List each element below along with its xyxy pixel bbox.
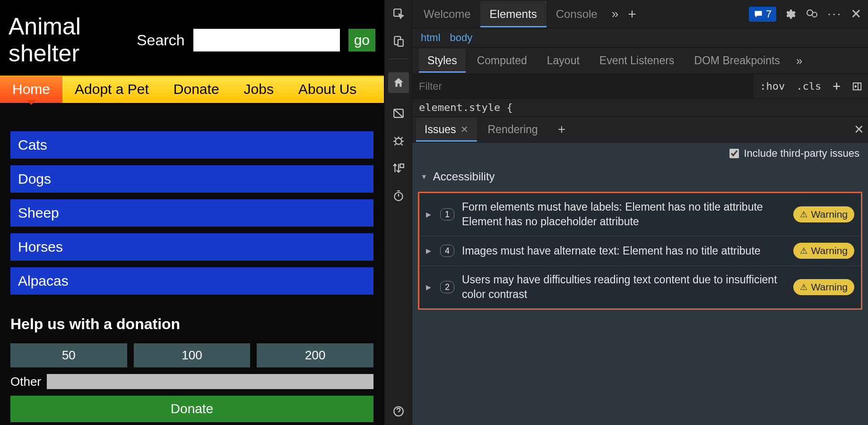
- close-issues-tab-icon[interactable]: ✕: [460, 124, 469, 135]
- devtools-top-tabs: Welcome Elements Console » + 7 ··· ✕: [412, 0, 868, 28]
- issue-row[interactable]: ▶ 1 Form elements must have labels: Elem…: [419, 193, 861, 236]
- svg-point-9: [812, 12, 817, 17]
- chevron-right-icon[interactable]: ▶: [426, 247, 433, 255]
- list-item[interactable]: Alpacas: [10, 267, 373, 295]
- new-tab-icon[interactable]: +: [623, 6, 641, 22]
- warning-badge: ⚠ Warning: [793, 243, 854, 259]
- close-drawer-icon[interactable]: ✕: [854, 122, 864, 137]
- inspect-icon[interactable]: [391, 7, 406, 21]
- drawer-body: Include third-party issues ▼ Accessibili…: [412, 143, 868, 425]
- close-devtools-icon[interactable]: ✕: [851, 6, 861, 22]
- list-item[interactable]: Sheep: [10, 199, 373, 227]
- warning-icon: ⚠: [800, 246, 807, 256]
- issues-highlight-box: ▶ 1 Form elements must have labels: Elem…: [418, 192, 862, 310]
- donation-amount-50[interactable]: 50: [10, 343, 127, 367]
- dom-breadcrumb: html body: [412, 28, 868, 48]
- subtab-styles[interactable]: Styles: [419, 49, 466, 73]
- sidebar-divider: [389, 59, 408, 59]
- donation-section: Help us with a donation 50 100 200 Other…: [0, 299, 384, 422]
- settings-icon[interactable]: [785, 8, 797, 20]
- subtab-layout[interactable]: Layout: [538, 49, 588, 73]
- subtab-dom-breakpoints[interactable]: DOM Breakpoints: [686, 49, 789, 73]
- warning-icon: ⚠: [800, 209, 807, 220]
- more-subtabs-icon[interactable]: »: [791, 54, 807, 68]
- warning-badge: ⚠ Warning: [793, 206, 854, 222]
- issue-text: Form elements must have labels: Element …: [462, 200, 786, 229]
- donate-button[interactable]: Donate: [10, 396, 373, 422]
- search-label: Search: [137, 32, 184, 49]
- bug-icon[interactable]: [391, 134, 406, 148]
- warning-label: Warning: [811, 245, 848, 256]
- third-party-checkbox[interactable]: [729, 149, 739, 158]
- chevron-right-icon[interactable]: ▶: [426, 283, 433, 291]
- hov-toggle[interactable]: :hov: [754, 80, 790, 92]
- feedback-icon[interactable]: [806, 8, 819, 20]
- drawer-tabs: Issues ✕ Rendering + ✕: [412, 116, 868, 143]
- drawer-tab-rendering[interactable]: Rendering: [479, 118, 546, 142]
- cls-toggle[interactable]: .cls: [790, 80, 827, 92]
- issue-count: 2: [440, 281, 454, 293]
- no-image-icon[interactable]: [391, 106, 406, 120]
- tab-welcome[interactable]: Welcome: [414, 1, 480, 27]
- list-item[interactable]: Dogs: [10, 165, 373, 193]
- donation-title: Help us with a donation: [10, 315, 373, 333]
- styles-subtabs: Styles Computed Layout Event Listeners D…: [412, 48, 868, 74]
- list-item[interactable]: Horses: [10, 233, 373, 261]
- nav-adopt[interactable]: Adopt a Pet: [62, 76, 161, 103]
- subtab-event-listeners[interactable]: Event Listeners: [591, 49, 683, 73]
- home-icon[interactable]: [388, 72, 409, 93]
- warning-icon: ⚠: [800, 282, 807, 292]
- issue-text: Users may have difficulties reading text…: [462, 272, 786, 302]
- header: Animal shelter Search go: [0, 0, 384, 76]
- svg-rect-2: [398, 40, 403, 46]
- nav-donate[interactable]: Donate: [161, 76, 232, 103]
- devtools-sidebar: [385, 0, 412, 425]
- more-options-icon[interactable]: ···: [827, 7, 842, 21]
- page-preview: Animal shelter Search go Home Adopt a Pe…: [0, 0, 384, 425]
- drawer-new-tab-icon[interactable]: +: [548, 122, 575, 137]
- styles-filter-input[interactable]: [412, 74, 754, 98]
- warning-badge: ⚠ Warning: [793, 279, 854, 295]
- svg-point-4: [395, 138, 401, 144]
- nav-home[interactable]: Home: [0, 76, 62, 103]
- warning-label: Warning: [811, 281, 848, 293]
- donation-amount-row: 50 100 200: [10, 343, 373, 367]
- list-item[interactable]: Cats: [10, 131, 373, 159]
- issues-count: 7: [766, 8, 772, 20]
- network-icon[interactable]: [391, 161, 406, 175]
- tab-console[interactable]: Console: [547, 1, 607, 27]
- stopwatch-icon[interactable]: [391, 188, 406, 203]
- search-go-button[interactable]: go: [348, 29, 375, 51]
- svg-rect-0: [394, 9, 401, 16]
- svg-rect-5: [400, 164, 404, 168]
- issues-badge[interactable]: 7: [749, 7, 776, 22]
- donation-amount-100[interactable]: 100: [134, 343, 251, 367]
- warning-label: Warning: [811, 209, 848, 220]
- help-icon[interactable]: [391, 404, 406, 418]
- drawer-tab-issues[interactable]: Issues ✕: [416, 118, 477, 142]
- search-input[interactable]: [193, 29, 340, 51]
- chevron-down-icon: ▼: [421, 173, 427, 180]
- more-tabs-icon[interactable]: »: [607, 7, 623, 21]
- device-toggle-icon[interactable]: [391, 34, 406, 48]
- tab-elements[interactable]: Elements: [480, 1, 547, 27]
- issue-row[interactable]: ▶ 4 Images must have alternate text: Ele…: [419, 236, 861, 266]
- donation-amount-200[interactable]: 200: [257, 343, 373, 367]
- other-amount-input[interactable]: [47, 374, 373, 389]
- third-party-label: Include third-party issues: [744, 147, 859, 160]
- chat-icon: [754, 9, 763, 19]
- issue-row[interactable]: ▶ 2 Users may have difficulties reading …: [419, 266, 861, 308]
- section-title: Accessibility: [433, 170, 495, 183]
- new-style-rule-icon[interactable]: +: [827, 78, 846, 94]
- nav-about[interactable]: About Us: [286, 76, 369, 103]
- subtab-computed[interactable]: Computed: [469, 49, 536, 73]
- nav-jobs[interactable]: Jobs: [232, 76, 286, 103]
- crumb-body[interactable]: body: [450, 32, 473, 44]
- other-label: Other: [10, 374, 41, 389]
- devtools: Welcome Elements Console » + 7 ··· ✕: [384, 0, 868, 425]
- chevron-right-icon[interactable]: ▶: [426, 211, 433, 218]
- accessibility-section[interactable]: ▼ Accessibility: [412, 164, 868, 189]
- crumb-html[interactable]: html: [421, 32, 441, 44]
- issue-count: 1: [440, 208, 454, 221]
- toggle-sidebar-icon[interactable]: [846, 81, 868, 92]
